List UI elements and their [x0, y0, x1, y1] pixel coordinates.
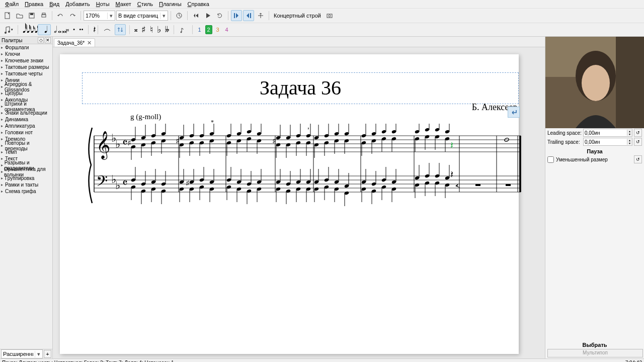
dur-quarter-icon[interactable]: 𝅘𝅥 [38, 24, 51, 35]
system-break-icon[interactable] [508, 107, 520, 118]
concert-pitch-button[interactable]: Концертный строй [272, 13, 323, 19]
reset-leading-icon[interactable]: ↺ [634, 129, 642, 137]
music-staff[interactable]: 𝄞 𝄢 ♭♭ ♭♭ 𝄴 𝄴 [85, 124, 523, 209]
metronome-icon[interactable] [174, 10, 185, 21]
dot-icon[interactable]: • [72, 25, 76, 34]
double-flat-icon[interactable]: 𝄫 [164, 25, 170, 34]
screenshot-icon[interactable] [324, 10, 335, 21]
svg-rect-167 [616, 37, 644, 128]
natural-icon[interactable]: ♮ [149, 25, 154, 34]
dur-whole-icon[interactable]: 𝅝 [57, 25, 59, 34]
sharp-icon[interactable]: ♯ [140, 25, 147, 34]
dur-longa-icon[interactable]: 𝆸 [65, 25, 70, 34]
palette-item[interactable]: ▸Arpeggios & Glissandos [0, 83, 52, 90]
leading-space-input[interactable]: ▴▾ [583, 129, 632, 137]
flip-icon[interactable] [115, 24, 126, 35]
menu-layout[interactable]: Макет [113, 1, 134, 8]
palette-item[interactable]: ▸Схема грифа [0, 188, 52, 195]
dur-64th-icon[interactable]: 𝅘𝅥𝅱 [22, 25, 24, 34]
palette-item[interactable]: ▸Орнаментика для волынки [0, 168, 52, 175]
reset-small-icon[interactable]: ↺ [634, 155, 642, 163]
rewind-icon[interactable] [190, 10, 201, 21]
chevron-down-icon[interactable]: ▾ [107, 13, 115, 19]
palette-item[interactable]: ▸Рамки и такты [0, 182, 52, 188]
voice-3-button[interactable]: 3 [214, 25, 221, 34]
grace-icon[interactable] [178, 24, 189, 35]
menu-plugins[interactable]: Плагины [156, 1, 185, 8]
palette-item-label: Ключи [5, 51, 20, 57]
dur-16th-icon[interactable]: 𝅘𝅥𝅯 [30, 25, 32, 34]
note-input-mode-icon[interactable]: ▾ [3, 24, 14, 35]
tempo-key-text[interactable]: g (g-moll) [130, 113, 161, 121]
palette-item[interactable]: ▸Штрихи и орнаментика [0, 103, 52, 110]
rest-icon[interactable]: 𝄽 [92, 25, 94, 34]
multirest-button[interactable]: Мультипоп [547, 349, 643, 357]
reset-trailing-icon[interactable]: ↺ [634, 138, 642, 146]
menu-add[interactable]: Добавить [62, 1, 93, 8]
voice-1-button[interactable]: 1 [196, 25, 203, 34]
svg-text:♯: ♯ [127, 139, 131, 147]
play-icon[interactable] [202, 10, 213, 21]
chevron-right-icon: ▸ [1, 130, 5, 135]
open-icon[interactable] [14, 10, 25, 21]
save-icon[interactable] [26, 10, 37, 21]
chevron-down-icon[interactable]: ▾ [35, 351, 42, 357]
menu-help[interactable]: Справка [185, 1, 212, 8]
palette-item[interactable]: ▸Тактовые размеры [0, 64, 52, 70]
palette-item[interactable]: ▸Тактовые черты [0, 70, 52, 77]
dur-half-icon[interactable]: 𝅗𝅥 [53, 25, 55, 34]
inspector-panel: Leading space: ▴▾ ↺ Trailing space: ▴▾ ↺… [545, 37, 644, 358]
chevron-right-icon: ▸ [1, 124, 5, 128]
menu-view[interactable]: Вид [46, 1, 62, 8]
menu-file[interactable]: Файл [2, 1, 22, 8]
chevron-right-icon: ▸ [1, 176, 5, 180]
chevron-down-icon[interactable]: ▾ [160, 13, 168, 19]
new-icon[interactable] [2, 10, 13, 21]
select-section-title: Выбрать [547, 340, 642, 349]
loop-in-icon[interactable] [231, 10, 242, 21]
undock-icon[interactable]: ◇ [38, 37, 44, 43]
palette-item[interactable]: ▸Головки нот [0, 129, 52, 136]
palette-item[interactable]: ▸Форшлаги [0, 44, 52, 51]
tie-icon[interactable] [102, 24, 113, 35]
viewmode-input[interactable] [117, 12, 160, 20]
close-tab-icon[interactable]: ✕ [87, 40, 92, 46]
viewmode-combo[interactable]: ▾ [116, 11, 168, 21]
close-icon[interactable]: ✕ [45, 37, 51, 43]
dur-32nd-icon[interactable]: 𝅘𝅥𝅰 [26, 25, 28, 34]
voice-4-button[interactable]: 4 [223, 25, 230, 34]
pan-icon[interactable] [255, 10, 266, 21]
dur-8th-icon[interactable]: 𝅘𝅥𝅮 [34, 25, 36, 34]
undo-icon[interactable] [55, 10, 66, 21]
voice-2-button[interactable]: 2 [205, 25, 212, 34]
score-canvas[interactable]: Задача 36 Б. Алексеев g (g-moll) * [53, 47, 545, 358]
menu-edit[interactable]: Правка [22, 1, 46, 8]
double-dot-icon[interactable]: •• [78, 25, 84, 34]
palette-mode-combo[interactable]: ▾ [1, 349, 43, 358]
zoom-input[interactable] [84, 12, 107, 20]
svg-rect-4 [42, 13, 45, 15]
small-checkbox[interactable] [547, 156, 554, 163]
menu-notes[interactable]: Ноты [93, 1, 113, 8]
palette-item[interactable]: ▸Повторы и переходы [0, 142, 52, 149]
menu-style[interactable]: Стиль [134, 1, 156, 8]
title-frame[interactable]: Задача 36 Б. Алексеев [82, 72, 519, 104]
flat-icon[interactable]: ♭ [156, 25, 162, 34]
loop-icon[interactable] [214, 10, 225, 21]
dur-breve-icon[interactable]: 𝅜 [61, 25, 63, 34]
palette-item[interactable]: ▸Знаки альтерации [0, 110, 52, 116]
redo-icon[interactable] [67, 10, 78, 21]
print-icon[interactable] [38, 10, 49, 21]
zoom-combo[interactable]: ▾ [84, 11, 115, 21]
tab-score[interactable]: Задача_36* ✕ [54, 38, 95, 47]
palette-item[interactable]: ▸Ключевые знаки [0, 57, 52, 64]
palette-mode-input[interactable] [2, 350, 35, 358]
double-sharp-icon[interactable]: 𝄪 [133, 25, 138, 34]
score-title[interactable]: Задача 36 [83, 76, 518, 100]
palette-item[interactable]: ▸Аппликатура [0, 123, 52, 129]
palette-item[interactable]: ▸Динамика [0, 116, 52, 123]
trailing-space-input[interactable]: ▴▾ [583, 138, 632, 146]
add-palette-button[interactable]: + [44, 350, 51, 358]
loop-out-icon[interactable] [243, 10, 254, 21]
palette-item[interactable]: ▸Ключи [0, 51, 52, 57]
